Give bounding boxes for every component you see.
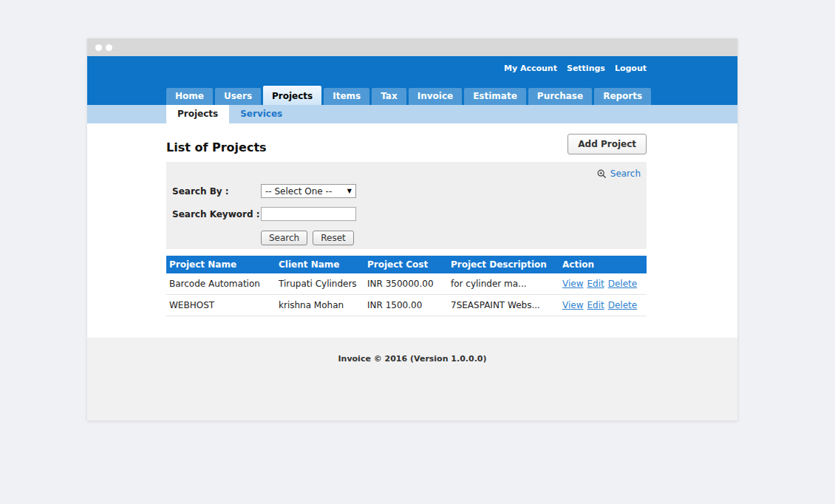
- window-dot: [95, 44, 102, 51]
- add-project-button[interactable]: Add Project: [568, 134, 647, 154]
- app-footer: Invoice © 2016 (Version 1.0.0.0): [87, 338, 737, 420]
- tab-estimate[interactable]: Estimate: [464, 88, 526, 105]
- reset-button[interactable]: Reset: [313, 231, 354, 245]
- account-link-settings[interactable]: Settings: [567, 64, 605, 73]
- cell-project-name: Barcode Automation: [166, 273, 276, 295]
- projects-table: Project NameClient NameProject CostProje…: [166, 256, 647, 316]
- projects-table-header: Project NameClient NameProject CostProje…: [166, 256, 647, 273]
- main-content: List of Projects Add Project Search Sear…: [87, 123, 737, 338]
- search-panel: Search Search By : -- Select One -- ▼ Se…: [166, 162, 647, 249]
- tab-invoice[interactable]: Invoice: [409, 88, 462, 105]
- search-by-selected-value: -- Select One --: [265, 186, 332, 197]
- cell-actions: ViewEditDelete: [559, 295, 647, 316]
- cell-actions: ViewEditDelete: [559, 273, 647, 295]
- cell-client-name: krishna Mohan: [276, 295, 364, 316]
- action-link-edit[interactable]: Edit: [587, 300, 604, 310]
- search-by-row: Search By : -- Select One -- ▼: [172, 184, 641, 198]
- tab-tax[interactable]: Tax: [372, 88, 406, 105]
- page-title: List of Projects: [166, 140, 267, 154]
- account-link-logout[interactable]: Logout: [615, 64, 647, 73]
- footer-text: Invoice © 2016 (Version 1.0.0.0): [338, 354, 486, 364]
- search-toggle-link[interactable]: Search: [610, 168, 641, 179]
- column-header-project-name: Project Name: [166, 256, 276, 273]
- action-link-edit[interactable]: Edit: [587, 279, 604, 289]
- column-header-client-name: Client Name: [276, 256, 364, 273]
- cell-project-cost: INR 1500.00: [364, 295, 448, 316]
- search-by-label: Search By :: [172, 186, 261, 197]
- action-link-view[interactable]: View: [562, 300, 583, 310]
- app-header: My AccountSettingsLogout HomeUsersProjec…: [87, 56, 737, 105]
- subnav-item-projects[interactable]: Projects: [166, 105, 229, 123]
- tab-projects[interactable]: Projects: [263, 86, 321, 105]
- zoom-search-icon: [597, 169, 607, 179]
- tab-home[interactable]: Home: [166, 88, 213, 105]
- heading-row: List of Projects Add Project: [166, 134, 647, 162]
- search-by-select[interactable]: -- Select One -- ▼: [261, 184, 356, 198]
- column-header-project-description: Project Description: [448, 256, 559, 273]
- table-row: Barcode AutomationTirupati CylindersINR …: [166, 273, 647, 295]
- search-toggle: Search: [172, 168, 641, 179]
- search-button[interactable]: Search: [261, 231, 307, 245]
- tab-users[interactable]: Users: [215, 88, 261, 105]
- cell-project-cost: INR 350000.00: [364, 273, 448, 295]
- action-link-view[interactable]: View: [562, 279, 583, 289]
- subnav-item-services[interactable]: Services: [229, 105, 293, 123]
- account-link-my-account[interactable]: My Account: [504, 64, 557, 73]
- sub-navigation: ProjectsServices: [87, 105, 737, 123]
- tab-purchase[interactable]: Purchase: [528, 88, 592, 105]
- cell-description: 7SEASPAINT Webs...: [448, 295, 559, 316]
- search-keyword-row: Search Keyword :: [172, 207, 641, 221]
- nav-tabs: HomeUsersProjectsItemsTaxInvoiceEstimate…: [166, 86, 651, 105]
- projects-table-body: Barcode AutomationTirupati CylindersINR …: [166, 273, 647, 316]
- window-titlebar: [87, 38, 737, 56]
- search-keyword-input[interactable]: [261, 207, 356, 221]
- search-keyword-label: Search Keyword :: [172, 209, 261, 219]
- column-header-action: Action: [559, 256, 647, 273]
- column-header-project-cost: Project Cost: [364, 256, 448, 273]
- app-window: My AccountSettingsLogout HomeUsersProjec…: [87, 38, 737, 420]
- cell-client-name: Tirupati Cylinders: [276, 273, 364, 295]
- action-link-delete[interactable]: Delete: [608, 279, 637, 289]
- action-link-delete[interactable]: Delete: [608, 300, 637, 310]
- chevron-down-icon: ▼: [347, 188, 352, 194]
- account-menu: My AccountSettingsLogout: [504, 64, 647, 73]
- cell-description: for cylinder ma...: [448, 273, 559, 295]
- tab-reports[interactable]: Reports: [594, 88, 651, 105]
- search-buttons-row: Search Reset: [261, 231, 641, 245]
- table-row: WEBHOSTkrishna MohanINR 1500.007SEASPAIN…: [166, 295, 647, 316]
- window-dot: [106, 44, 112, 51]
- cell-project-name: WEBHOST: [166, 295, 276, 316]
- tab-items[interactable]: Items: [324, 88, 369, 105]
